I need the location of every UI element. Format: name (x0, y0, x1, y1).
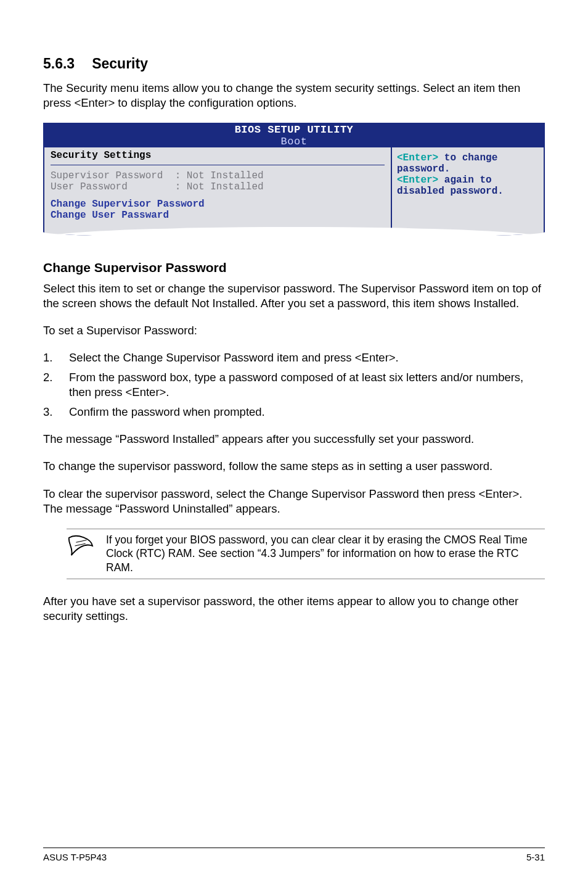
svg-line-0 (76, 540, 86, 542)
section-heading: 5.6.3 Security (43, 56, 545, 72)
steps-list: 1.Select the Change Supervisor Password … (43, 350, 545, 419)
step-3-num: 3. (43, 405, 69, 419)
step-2: 2.From the password box, type a password… (43, 370, 545, 400)
footer-page-number: 5-31 (526, 852, 545, 862)
note-text: If you forget your BIOS password, you ca… (106, 533, 545, 575)
bios-help-panel: <Enter> to change password. <Enter> agai… (391, 147, 545, 236)
bios-titlebar: BIOS SETUP UTILITY Boot (43, 123, 545, 147)
bios-supervisor-row: Supervisor Password : Not Installed (51, 170, 385, 181)
paragraph-6: After you have set a supervisor password… (43, 594, 545, 624)
bios-title-text: BIOS SETUP UTILITY (235, 124, 354, 136)
paragraph-2: To set a Supervisor Password: (43, 323, 545, 338)
bios-help-enter2: <Enter> (397, 175, 438, 186)
bios-help-line1: to change (438, 152, 497, 163)
bios-help-enter1: <Enter> (397, 152, 438, 163)
paragraph-5: To clear the supervisor password, select… (43, 487, 545, 516)
note-icon (67, 533, 95, 575)
bios-help-line2: password. (397, 163, 539, 175)
step-1: 1.Select the Change Supervisor Password … (43, 350, 545, 365)
bios-row2-value: : Not Installed (175, 181, 264, 192)
heading-title: Security (92, 56, 148, 72)
bios-change-user[interactable]: Change User Passward (51, 210, 385, 221)
step-3-text: Confirm the password when prompted. (69, 405, 265, 419)
intro-paragraph: The Security menu items allow you to cha… (43, 81, 545, 110)
bios-help-line3: again to (438, 175, 491, 186)
step-2-num: 2. (43, 370, 69, 400)
step-2-text: From the password box, type a password c… (69, 370, 545, 400)
step-3: 3.Confirm the password when prompted. (43, 405, 545, 419)
bios-help-line4: disabled password. (397, 186, 539, 197)
subheading-change-supervisor: Change Supervisor Password (43, 260, 545, 275)
paragraph-3: The message “Password Installed” appears… (43, 432, 545, 447)
note-box: If you forget your BIOS password, you ca… (67, 529, 545, 579)
bios-change-supervisor[interactable]: Change Supervisor Password (51, 199, 385, 210)
bios-active-tab: Boot (281, 136, 308, 147)
paragraph-4: To change the supervisor password, follo… (43, 459, 545, 474)
bios-user-row: User Password : Not Installed (51, 181, 385, 192)
page-footer: ASUS T-P5P43 5-31 (43, 848, 545, 862)
step-1-num: 1. (43, 350, 69, 365)
bios-row1-value: : Not Installed (175, 170, 264, 181)
paragraph-1: Select this item to set or change the su… (43, 281, 545, 311)
footer-product: ASUS T-P5P43 (43, 852, 107, 862)
bios-row2-label: User Password (51, 181, 128, 192)
bios-main-panel: Security Settings Supervisor Password : … (43, 147, 391, 236)
bios-row1-label: Supervisor Password (51, 170, 163, 181)
step-1-text: Select the Change Supervisor Password it… (69, 350, 399, 365)
heading-number: 5.6.3 (43, 56, 75, 72)
bios-screenshot: BIOS SETUP UTILITY Boot Security Setting… (43, 123, 545, 238)
bios-section-title: Security Settings (51, 150, 385, 165)
